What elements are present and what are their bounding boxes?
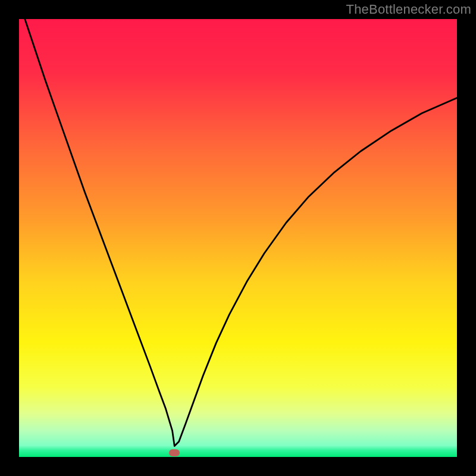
svg-rect-0 [19, 19, 457, 457]
background-gradient [19, 19, 457, 457]
plot-area [19, 19, 457, 457]
optimal-marker [169, 449, 180, 456]
chart-frame: TheBottlenecker.com [0, 0, 476, 476]
watermark-text: TheBottlenecker.com [346, 2, 471, 17]
